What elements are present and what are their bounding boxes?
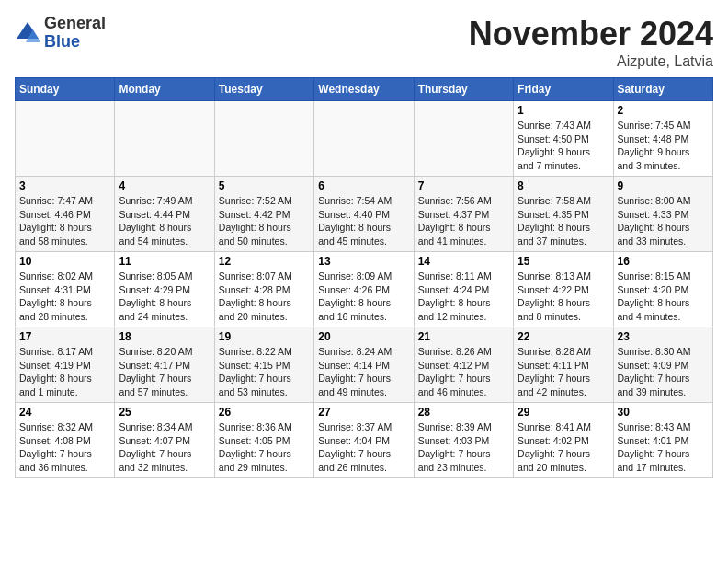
calendar-cell: 12Sunrise: 8:07 AM Sunset: 4:28 PM Dayli…: [214, 252, 313, 327]
calendar-cell: 26Sunrise: 8:36 AM Sunset: 4:05 PM Dayli…: [214, 403, 313, 478]
logo-icon: [15, 20, 40, 46]
header: General Blue November 2024 Aizpute, Latv…: [15, 15, 713, 70]
weekday-header: Sunday: [16, 78, 115, 101]
day-info: Sunrise: 8:28 AM Sunset: 4:11 PM Dayligh…: [518, 345, 609, 399]
day-info: Sunrise: 8:41 AM Sunset: 4:02 PM Dayligh…: [518, 420, 609, 475]
day-number: 29: [518, 406, 609, 419]
day-number: 30: [618, 406, 709, 419]
calendar-week-row: 10Sunrise: 8:02 AM Sunset: 4:31 PM Dayli…: [16, 252, 713, 327]
calendar-cell: 13Sunrise: 8:09 AM Sunset: 4:26 PM Dayli…: [314, 252, 414, 327]
calendar-cell: 10Sunrise: 8:02 AM Sunset: 4:31 PM Dayli…: [16, 252, 115, 327]
day-info: Sunrise: 8:07 AM Sunset: 4:28 PM Dayligh…: [219, 270, 310, 324]
day-number: 16: [618, 255, 709, 268]
weekday-header: Monday: [115, 78, 214, 101]
calendar-cell: 11Sunrise: 8:05 AM Sunset: 4:29 PM Dayli…: [115, 252, 214, 327]
calendar-week-row: 24Sunrise: 8:32 AM Sunset: 4:08 PM Dayli…: [16, 403, 713, 478]
day-number: 21: [418, 330, 509, 343]
day-info: Sunrise: 8:00 AM Sunset: 4:33 PM Dayligh…: [618, 194, 709, 248]
calendar-cell: 9Sunrise: 8:00 AM Sunset: 4:33 PM Daylig…: [613, 177, 712, 252]
day-info: Sunrise: 8:37 AM Sunset: 4:04 PM Dayligh…: [318, 420, 409, 475]
day-number: 17: [19, 330, 110, 343]
month-title: November 2024: [469, 15, 713, 53]
day-info: Sunrise: 8:36 AM Sunset: 4:05 PM Dayligh…: [219, 420, 310, 475]
weekday-header: Friday: [514, 78, 613, 101]
calendar: SundayMondayTuesdayWednesdayThursdayFrid…: [15, 77, 713, 478]
day-number: 28: [418, 406, 509, 419]
day-info: Sunrise: 8:17 AM Sunset: 4:19 PM Dayligh…: [19, 345, 110, 399]
calendar-cell: 29Sunrise: 8:41 AM Sunset: 4:02 PM Dayli…: [514, 403, 613, 478]
day-info: Sunrise: 8:26 AM Sunset: 4:12 PM Dayligh…: [418, 345, 509, 399]
calendar-header-row: SundayMondayTuesdayWednesdayThursdayFrid…: [16, 78, 713, 101]
day-number: 7: [418, 179, 509, 192]
calendar-cell: 14Sunrise: 8:11 AM Sunset: 4:24 PM Dayli…: [414, 252, 513, 327]
calendar-cell: 20Sunrise: 8:24 AM Sunset: 4:14 PM Dayli…: [314, 327, 414, 403]
weekday-header: Wednesday: [314, 78, 414, 101]
calendar-cell: 19Sunrise: 8:22 AM Sunset: 4:15 PM Dayli…: [214, 327, 313, 403]
calendar-week-row: 1Sunrise: 7:43 AM Sunset: 4:50 PM Daylig…: [16, 101, 713, 177]
day-number: 22: [518, 330, 609, 343]
day-number: 26: [219, 406, 310, 419]
day-info: Sunrise: 8:30 AM Sunset: 4:09 PM Dayligh…: [618, 345, 709, 399]
day-number: 20: [318, 330, 409, 343]
calendar-cell: 2Sunrise: 7:45 AM Sunset: 4:48 PM Daylig…: [613, 101, 712, 177]
day-info: Sunrise: 7:52 AM Sunset: 4:42 PM Dayligh…: [219, 194, 310, 248]
calendar-cell: 6Sunrise: 7:54 AM Sunset: 4:40 PM Daylig…: [314, 177, 414, 252]
day-number: 11: [119, 255, 210, 268]
day-number: 10: [19, 255, 110, 268]
day-info: Sunrise: 7:49 AM Sunset: 4:44 PM Dayligh…: [119, 194, 210, 248]
day-info: Sunrise: 8:05 AM Sunset: 4:29 PM Dayligh…: [119, 270, 210, 324]
weekday-header: Thursday: [414, 78, 513, 101]
day-number: 4: [119, 179, 210, 192]
day-info: Sunrise: 8:39 AM Sunset: 4:03 PM Dayligh…: [418, 420, 509, 475]
calendar-cell: 15Sunrise: 8:13 AM Sunset: 4:22 PM Dayli…: [514, 252, 613, 327]
calendar-cell: 3Sunrise: 7:47 AM Sunset: 4:46 PM Daylig…: [16, 177, 115, 252]
day-number: 15: [518, 255, 609, 268]
day-info: Sunrise: 8:02 AM Sunset: 4:31 PM Dayligh…: [19, 270, 110, 324]
calendar-cell: 21Sunrise: 8:26 AM Sunset: 4:12 PM Dayli…: [414, 327, 513, 403]
day-info: Sunrise: 7:54 AM Sunset: 4:40 PM Dayligh…: [318, 194, 409, 248]
day-info: Sunrise: 8:22 AM Sunset: 4:15 PM Dayligh…: [219, 345, 310, 399]
calendar-week-row: 3Sunrise: 7:47 AM Sunset: 4:46 PM Daylig…: [16, 177, 713, 252]
day-info: Sunrise: 7:43 AM Sunset: 4:50 PM Dayligh…: [518, 119, 609, 173]
day-number: 1: [518, 104, 609, 117]
day-number: 13: [318, 255, 409, 268]
day-info: Sunrise: 7:47 AM Sunset: 4:46 PM Dayligh…: [19, 194, 110, 248]
day-info: Sunrise: 8:20 AM Sunset: 4:17 PM Dayligh…: [119, 345, 210, 399]
day-info: Sunrise: 7:45 AM Sunset: 4:48 PM Dayligh…: [618, 119, 709, 173]
calendar-cell: 7Sunrise: 7:56 AM Sunset: 4:37 PM Daylig…: [414, 177, 513, 252]
calendar-cell: [314, 101, 414, 177]
day-number: 24: [19, 406, 110, 419]
day-number: 27: [318, 406, 409, 419]
calendar-cell: 23Sunrise: 8:30 AM Sunset: 4:09 PM Dayli…: [613, 327, 712, 403]
calendar-cell: 22Sunrise: 8:28 AM Sunset: 4:11 PM Dayli…: [514, 327, 613, 403]
day-info: Sunrise: 8:13 AM Sunset: 4:22 PM Dayligh…: [518, 270, 609, 324]
calendar-cell: 5Sunrise: 7:52 AM Sunset: 4:42 PM Daylig…: [214, 177, 313, 252]
day-number: 6: [318, 179, 409, 192]
day-number: 14: [418, 255, 509, 268]
day-number: 18: [119, 330, 210, 343]
weekday-header: Tuesday: [214, 78, 313, 101]
day-number: 25: [119, 406, 210, 419]
calendar-cell: 25Sunrise: 8:34 AM Sunset: 4:07 PM Dayli…: [115, 403, 214, 478]
calendar-cell: [414, 101, 513, 177]
calendar-cell: 1Sunrise: 7:43 AM Sunset: 4:50 PM Daylig…: [514, 101, 613, 177]
calendar-week-row: 17Sunrise: 8:17 AM Sunset: 4:19 PM Dayli…: [16, 327, 713, 403]
day-info: Sunrise: 8:09 AM Sunset: 4:26 PM Dayligh…: [318, 270, 409, 324]
calendar-cell: 17Sunrise: 8:17 AM Sunset: 4:19 PM Dayli…: [16, 327, 115, 403]
day-info: Sunrise: 8:32 AM Sunset: 4:08 PM Dayligh…: [19, 420, 110, 475]
day-number: 19: [219, 330, 310, 343]
calendar-cell: 18Sunrise: 8:20 AM Sunset: 4:17 PM Dayli…: [115, 327, 214, 403]
day-number: 12: [219, 255, 310, 268]
day-number: 3: [19, 179, 110, 192]
day-info: Sunrise: 8:11 AM Sunset: 4:24 PM Dayligh…: [418, 270, 509, 324]
calendar-cell: 4Sunrise: 7:49 AM Sunset: 4:44 PM Daylig…: [115, 177, 214, 252]
day-info: Sunrise: 8:43 AM Sunset: 4:01 PM Dayligh…: [618, 420, 709, 475]
location: Aizpute, Latvia: [469, 53, 713, 70]
calendar-cell: [214, 101, 313, 177]
calendar-cell: 30Sunrise: 8:43 AM Sunset: 4:01 PM Dayli…: [613, 403, 712, 478]
day-info: Sunrise: 7:56 AM Sunset: 4:37 PM Dayligh…: [418, 194, 509, 248]
day-info: Sunrise: 7:58 AM Sunset: 4:35 PM Dayligh…: [518, 194, 609, 248]
day-number: 8: [518, 179, 609, 192]
day-number: 5: [219, 179, 310, 192]
calendar-cell: 28Sunrise: 8:39 AM Sunset: 4:03 PM Dayli…: [414, 403, 513, 478]
